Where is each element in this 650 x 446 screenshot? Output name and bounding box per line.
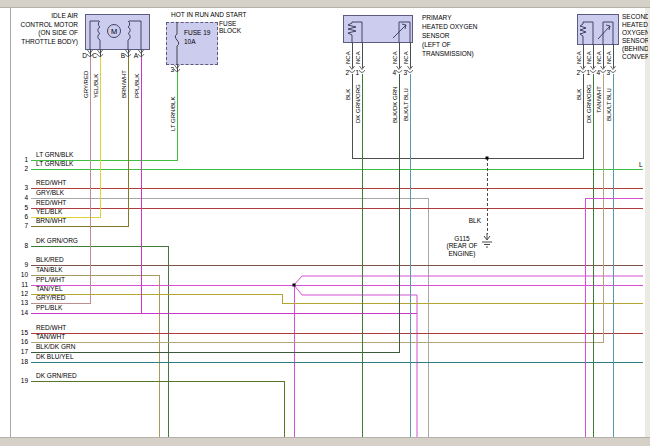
primary-o2-label-line: PRIMARY [422,13,478,22]
wire-label-row-13: GRY/RED [36,294,66,302]
circuit-number-16: 16 [16,338,28,345]
pin-label-3: 3 [396,69,407,76]
circuit-number-10: 10 [16,271,28,278]
vertical-wire-label: NCA [595,51,603,64]
iac-label-line: THROTTLE BODY) [14,38,78,47]
vertical-wire-label: DK GRN/ORG [354,84,362,123]
vertical-wire-label: PPL/BLK [133,74,141,98]
fuse-block-label-line: FUSE [219,20,241,27]
pin-label-1: 1 [348,69,359,76]
pin-label-3: 3 [599,69,610,76]
iac-label: IDLE AIR CONTROL MOTOR (ON SIDE OF THROT… [14,12,78,47]
circuit-number-14: 14 [16,309,28,316]
primary-o2-label-line: TRANSMISSION) [422,49,478,58]
vertical-wire-label: NCA [344,51,352,64]
wire-label-row-14: PPL/BLK [36,304,62,312]
primary-o2-label-line: HEATED OXYGEN [422,22,478,31]
ground-icon [480,233,494,249]
fuse-title: HOT IN RUN AND START [171,11,246,19]
vertical-wire-label: YEL/BLK [92,74,100,98]
vertical-wire-label: NCA [605,51,613,64]
circuit-number-4: 4 [16,194,28,201]
circuit-number-12: 12 [16,290,28,297]
g115-label: G115 (REAR OF ENGINE) [442,235,482,257]
fuse-block-label-line: BLOCK [219,27,241,34]
vertical-wire-label: NCA [354,51,362,64]
circuit-number-18: 18 [16,358,28,365]
pin-label-B: B [114,52,125,59]
primary-o2-label-line: (LEFT OF [422,40,478,49]
wire-row11-branch-up [294,276,643,285]
fuse-rating: 10A [184,38,196,46]
circuit-number-3: 3 [16,184,28,191]
primary-o2-label-line: SENSOR [422,31,478,40]
vertical-wire-label: NCA [575,51,583,64]
circuit-number-9: 9 [16,261,28,268]
secondary-o2-label-line: CONVERTER) [622,53,648,61]
wire-label-row-1: LT GRN/BLK [36,151,73,159]
secondary-o2-label-line: SENSOR [622,37,648,45]
vertical-wire-label: BLK [575,89,583,100]
circuit-number-7: 7 [16,222,28,229]
wire-label-row-12: TAN/YEL [36,285,63,293]
vertical-wire-label: TAN/WHT [595,86,603,113]
g115-name: G115 [442,235,482,242]
circuit-number-17: 17 [16,348,28,355]
secondary-o2-label-line: (BEHIND [622,45,648,53]
wire-label-row-6: YEL/BLK [36,208,62,216]
iac-label-line: (ON SIDE OF [14,29,78,38]
edge-continuation-label: L [639,161,643,169]
g115-location-line: ENGINE) [442,250,482,257]
secondary-o2-element-icon [577,14,619,45]
iac-label-line: CONTROL MOTOR [14,21,78,30]
wire-label-row-4: GRY/BLK [36,189,64,197]
fuse-element-icon [170,22,184,66]
secondary-o2-label-line: OXYGEN [622,29,648,37]
vertical-wire-label: NCA [391,51,399,64]
wire-label-row-9: BLK/RED [36,256,64,264]
circuit-number-2: 2 [16,165,28,172]
vertical-wire-label: BLK [344,89,352,100]
motor-letter: M [111,27,117,36]
circuit-number-1: 1 [16,156,28,163]
circuit-number-15: 15 [16,329,28,336]
wire-label-row-2: LT GRN/BLK [36,160,73,168]
vertical-wire-label: BLK/DK GRN [391,87,399,123]
wire-label-row-11: PPL/WHT [36,276,65,284]
vertical-wire-label: NCA [585,51,593,64]
wire-row19-dk-grn-red [31,381,284,437]
iac-label-line: IDLE AIR [14,12,78,21]
wire-o2-ground-blk [352,74,583,158]
vertical-wire-label: BLK/LT BLU [605,88,613,121]
wire-label-row-19: DK GRN/RED [36,372,77,380]
primary-o2-label: PRIMARY HEATED OXYGEN SENSOR (LEFT OF TR… [422,13,478,58]
circuit-number-8: 8 [16,242,28,249]
g115-location-line: (REAR OF [442,242,482,249]
wiring-layer [0,0,650,446]
wire-label-row-15: RED/WHT [36,324,66,332]
vertical-wire-label: GRY/RED [82,71,90,98]
vertical-wire-label: BRN/WHT [120,70,128,98]
junction-dot [293,284,296,287]
circuit-number-13: 13 [16,299,28,306]
wire-row4-gry-blk [31,198,428,437]
wire-label-row-17: BLK/DK GRN [36,343,75,351]
circuit-number-11: 11 [16,281,28,288]
fuse-name: FUSE 19 [184,29,210,37]
wire-label-row-7: BRN/WHT [36,217,66,225]
primary-o2-element-icon [343,15,413,43]
wire-right-ppl-wht [585,198,643,437]
circuit-number-5: 5 [16,204,28,211]
motor-winding-icon: M [85,14,150,50]
wire-row17-blk-dk-grn [31,74,399,352]
pin-label-4: 4 [385,69,396,76]
wire-label-row-3: RED/WHT [36,179,66,187]
wire-label-row-5: RED/WHT [36,199,66,207]
fuse-block-label: FUSE BLOCK [219,20,241,34]
vertical-wire-label: DK GRN/ORG [585,84,593,123]
wire-label-row-18: DK BLU/YEL [36,353,74,361]
pin-label-3: 3 [163,66,174,73]
wire-label-row-16: TAN/WHT [36,333,65,341]
vertical-wire-label: NCA [402,51,410,64]
secondary-o2-label-line: HEATED [622,21,648,29]
